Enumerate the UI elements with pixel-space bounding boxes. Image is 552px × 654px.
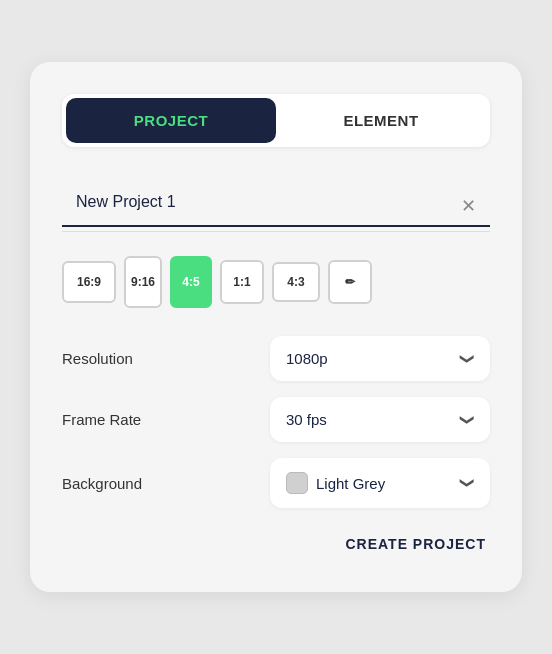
background-chevron-icon: ❯ [460, 477, 476, 489]
create-row: CREATE PROJECT [62, 528, 490, 560]
clear-icon: ✕ [461, 195, 476, 217]
frame-rate-chevron-icon: ❯ [460, 414, 476, 426]
create-project-button[interactable]: CREATE PROJECT [341, 528, 490, 560]
input-divider [62, 231, 490, 232]
background-value-row: Light Grey [286, 472, 385, 494]
resolution-chevron-icon: ❯ [460, 353, 476, 365]
background-label: Background [62, 475, 142, 492]
aspect-ratio-custom[interactable]: ✏ [328, 260, 372, 304]
aspect-ratio-4-5[interactable]: 4:5 [170, 256, 212, 308]
clear-input-button[interactable]: ✕ [454, 192, 482, 220]
project-name-input[interactable] [62, 179, 490, 227]
frame-rate-select[interactable]: 30 fps ❯ [270, 397, 490, 442]
resolution-label: Resolution [62, 350, 133, 367]
project-name-row: ✕ [62, 179, 490, 232]
aspect-ratio-4-3[interactable]: 4:3 [272, 262, 320, 302]
background-value: Light Grey [316, 475, 385, 492]
aspect-ratio-9-16[interactable]: 9:16 [124, 256, 162, 308]
resolution-value: 1080p [286, 350, 328, 367]
tab-bar: PROJECT ELEMENT [62, 94, 490, 147]
frame-rate-row: Frame Rate 30 fps ❯ [62, 397, 490, 442]
tab-element[interactable]: ELEMENT [276, 98, 486, 143]
project-settings-card: PROJECT ELEMENT ✕ 16:9 9:16 4:5 1:1 4:3 … [30, 62, 522, 592]
resolution-row: Resolution 1080p ❯ [62, 336, 490, 381]
aspect-ratio-1-1[interactable]: 1:1 [220, 260, 264, 304]
aspect-ratio-group: 16:9 9:16 4:5 1:1 4:3 ✏ [62, 256, 490, 308]
aspect-ratio-16-9[interactable]: 16:9 [62, 261, 116, 303]
resolution-select[interactable]: 1080p ❯ [270, 336, 490, 381]
background-color-swatch [286, 472, 308, 494]
background-select[interactable]: Light Grey ❯ [270, 458, 490, 508]
background-row: Background Light Grey ❯ [62, 458, 490, 508]
frame-rate-label: Frame Rate [62, 411, 141, 428]
pencil-icon: ✏ [345, 275, 355, 289]
frame-rate-value: 30 fps [286, 411, 327, 428]
tab-project[interactable]: PROJECT [66, 98, 276, 143]
